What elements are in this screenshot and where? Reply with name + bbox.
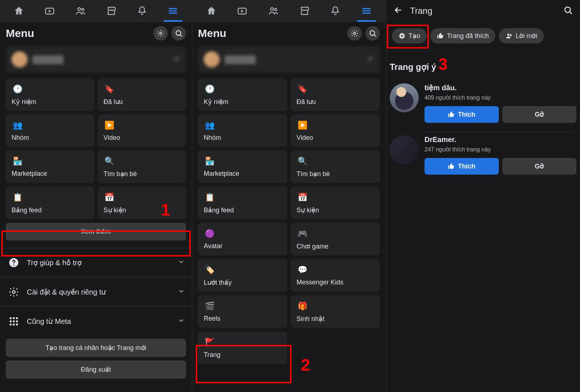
tile-groups-icon: 👥	[204, 120, 215, 131]
tile-pages-icon: 🚩	[204, 337, 215, 348]
logout-button[interactable]: Đăng xuất	[6, 360, 186, 379]
tile-feeds-icon: 📋	[12, 192, 23, 203]
tile-birthdays[interactable]: 🎁Sinh nhật	[291, 295, 380, 328]
tile-find-friends-icon: 🔍	[104, 155, 115, 167]
nav-friends-icon[interactable]	[266, 3, 281, 18]
tile-label: Messenger Kids	[297, 279, 374, 286]
tile-label: Reels	[204, 315, 281, 322]
nav-home-icon[interactable]	[11, 3, 26, 18]
tile-gaming-icon: 🎮	[297, 228, 308, 239]
invites-button[interactable]: Lời mời	[499, 28, 544, 43]
tile-marketplace[interactable]: 🏪Marketplace	[198, 150, 287, 183]
page-name[interactable]: tiệm dâu.	[424, 83, 576, 92]
like-button[interactable]: Thích	[424, 158, 499, 175]
create-button[interactable]: Tạo	[392, 28, 427, 43]
chevron-down-icon	[178, 288, 185, 296]
tile-memories[interactable]: 🕐Kỷ niệm	[198, 78, 287, 111]
search-icon[interactable]	[365, 26, 380, 41]
settings-icon[interactable]	[153, 26, 168, 41]
tile-events[interactable]: 📅Sự kiện	[291, 187, 380, 219]
tile-saved-icon: 🔖	[297, 83, 308, 95]
tile-label: Marketplace	[12, 170, 88, 178]
footer-meta[interactable]: Cũng từ Meta	[0, 310, 192, 333]
help-icon	[7, 256, 20, 269]
tile-messenger-kids-icon: 💬	[297, 264, 308, 276]
tile-label: Sự kiện	[104, 206, 181, 214]
tile-video-icon: ▶️	[104, 120, 115, 131]
invite-icon	[505, 32, 513, 39]
tile-label: Trang	[204, 351, 281, 359]
suggested-heading: Trang gợi ý	[390, 62, 436, 72]
tile-saved[interactable]: 🔖Đã lưu	[98, 78, 186, 111]
avatar	[204, 51, 220, 67]
tile-avatar[interactable]: 🟣Avatar	[198, 223, 287, 255]
tile-groups[interactable]: 👥Nhóm	[198, 114, 287, 147]
nav-home-icon[interactable]	[204, 3, 219, 18]
tile-memories-icon: 🕐	[12, 83, 23, 95]
page-avatar[interactable]	[390, 83, 419, 112]
tile-groups[interactable]: 👥Nhóm	[6, 114, 94, 147]
tile-reels-feed[interactable]: 🏷️Lướt thấy	[198, 259, 287, 292]
create-profile-button[interactable]: Tạo trang cá nhân hoặc Trang mới	[6, 339, 186, 357]
page-avatar[interactable]	[390, 135, 419, 164]
nav-notifications-icon[interactable]	[134, 3, 150, 18]
tile-marketplace[interactable]: 🏪Marketplace	[6, 150, 94, 183]
tile-find-friends-icon: 🔍	[297, 155, 308, 167]
tile-pages[interactable]: 🚩Trang	[198, 331, 287, 364]
tile-label: Chơi game	[297, 242, 374, 250]
tile-label: Marketplace	[204, 170, 281, 178]
footer-help[interactable]: Trợ giúp & hỗ trợ	[0, 251, 192, 274]
tile-groups-icon: 👥	[12, 120, 23, 131]
chevron-down-icon[interactable]	[367, 55, 374, 64]
tile-events-icon: 📅	[297, 192, 308, 203]
back-button[interactable]	[393, 5, 403, 16]
tile-find-friends[interactable]: 🔍Tìm bạn bè	[291, 150, 380, 183]
page-meta: 409 người thích trang này	[424, 94, 576, 101]
nav-watch-icon[interactable]	[42, 3, 57, 18]
dismiss-button[interactable]: Gỡ	[502, 158, 577, 175]
tile-feeds[interactable]: 📋Bảng feed	[198, 187, 287, 219]
nav-friends-icon[interactable]	[73, 3, 88, 18]
nav-notifications-icon[interactable]	[328, 3, 343, 18]
tile-video[interactable]: ▶️Video	[98, 114, 186, 147]
tile-label: Bảng feed	[204, 206, 281, 214]
search-icon[interactable]	[171, 26, 186, 41]
page-name[interactable]: DrEamer.	[424, 135, 576, 144]
see-more-button[interactable]: Xem thêm	[6, 223, 186, 241]
tile-feeds[interactable]: 📋Bảng feed	[6, 187, 94, 219]
nav-watch-icon[interactable]	[235, 3, 250, 18]
tile-gaming[interactable]: 🎮Chơi game	[291, 223, 380, 255]
profile-name: ██████	[33, 55, 168, 64]
tile-saved[interactable]: 🔖Đã lưu	[291, 78, 380, 111]
annotation-step-3: 3	[438, 54, 448, 74]
gear-icon	[7, 285, 20, 299]
footer-settings[interactable]: Cài đặt & quyền riêng tư	[0, 280, 192, 304]
chevron-down-icon	[178, 317, 185, 325]
tile-label: Lướt thấy	[204, 279, 281, 287]
settings-icon[interactable]	[347, 26, 362, 41]
menu-title: Menu	[6, 27, 150, 39]
like-button[interactable]: Thích	[424, 106, 499, 123]
tile-label: Kỷ niệm	[12, 98, 88, 106]
tile-reels[interactable]: 🎬Reels	[198, 295, 287, 328]
liked-pages-button[interactable]: Trang đã thích	[430, 28, 495, 43]
tile-events[interactable]: 📅Sự kiện	[98, 187, 186, 219]
chevron-down-icon[interactable]	[173, 55, 180, 64]
grid-icon	[7, 315, 20, 328]
nav-menu-icon[interactable]	[165, 3, 181, 18]
tile-video[interactable]: ▶️Video	[291, 114, 380, 147]
chevron-down-icon	[178, 259, 185, 267]
tile-memories[interactable]: 🕐Kỷ niệm	[6, 78, 94, 111]
avatar	[12, 51, 28, 67]
nav-marketplace-icon[interactable]	[104, 3, 119, 18]
tile-messenger-kids[interactable]: 💬Messenger Kids	[291, 259, 380, 292]
top-nav	[0, 0, 192, 22]
nav-marketplace-icon[interactable]	[297, 3, 312, 18]
dismiss-button[interactable]: Gỡ	[502, 106, 577, 123]
tile-find-friends[interactable]: 🔍Tìm bạn bè	[98, 150, 186, 183]
profile-card[interactable]: ██████	[198, 46, 380, 72]
nav-menu-icon[interactable]	[359, 3, 374, 18]
profile-card[interactable]: ██████	[6, 46, 186, 72]
search-icon[interactable]	[563, 5, 573, 16]
tile-label: Tìm bạn bè	[297, 170, 374, 178]
